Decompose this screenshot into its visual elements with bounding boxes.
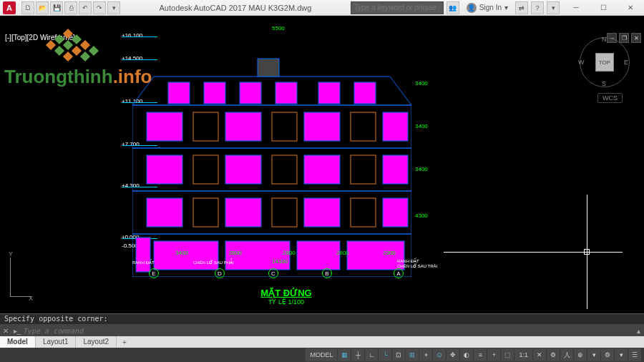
sb-snapmode-icon[interactable]: ┼ <box>351 348 364 361</box>
dim-h: 3400 <box>415 123 428 129</box>
svg-rect-15 <box>147 155 182 184</box>
tab-add-button[interactable]: + <box>117 338 132 346</box>
drawing-title-scale: TỶ LỆ 1/100 <box>260 298 311 305</box>
exchange-icon[interactable]: ⇄ <box>515 1 528 14</box>
window-controls: ─ ☐ ✕ <box>562 0 644 16</box>
search-scope-icon[interactable]: 👥 <box>447 1 459 14</box>
svg-rect-13 <box>383 198 408 227</box>
svg-rect-12 <box>351 198 376 227</box>
titlebar: A 🗋 📂 💾 ⎙ ↶ ↷ ▾ Autodesk AutoCAD 2017 MA… <box>0 0 644 16</box>
ucs-y-label: Y <box>9 250 13 258</box>
dim-h: 3400 <box>415 80 428 87</box>
qat-open-icon[interactable]: 📂 <box>36 1 49 14</box>
maximize-button[interactable]: ☐ <box>590 0 617 16</box>
compass-S[interactable]: S <box>602 80 606 87</box>
grid-note-right: RANH ĐẤT CHÉN LỜ SAU TRÁI <box>397 258 437 268</box>
tab-layout2[interactable]: Layout2 <box>76 336 117 348</box>
svg-rect-7 <box>147 198 182 227</box>
app-icon[interactable]: A <box>3 1 16 14</box>
sb-customize-icon[interactable]: ☰ <box>628 348 641 361</box>
sb-annot-icon[interactable]: ⬚ <box>501 348 514 361</box>
help-icon[interactable]: ? <box>531 1 544 14</box>
svg-rect-9 <box>225 198 261 227</box>
svg-rect-35 <box>318 82 340 104</box>
grid-bubble: C <box>268 268 278 278</box>
layout-tabs: Model Layout1 Layout2 + <box>0 336 644 348</box>
sb-model-button[interactable]: MODEL <box>306 348 337 361</box>
qat-saveas-icon[interactable]: ⎙ <box>64 1 77 14</box>
qat-new-icon[interactable]: 🗋 <box>21 1 34 14</box>
sb-scale-button[interactable]: 1:1 <box>514 348 532 361</box>
dim-seg: 2800 <box>229 250 242 256</box>
sb-annoscale-icon[interactable]: ✕ <box>533 348 546 361</box>
sb-gizmo-icon[interactable]: + <box>487 348 500 361</box>
qat-save-icon[interactable]: 💾 <box>50 1 63 14</box>
sb-settings-icon[interactable]: ⚙ <box>547 348 560 361</box>
sb-transparency-icon[interactable]: ◐ <box>460 348 473 361</box>
signin-button[interactable]: 👤 Sign In ▾ <box>462 3 512 13</box>
grid-bubble: A <box>394 268 404 278</box>
command-input[interactable] <box>23 327 633 335</box>
svg-rect-20 <box>351 155 376 184</box>
dim-seg: 2300 <box>383 250 396 256</box>
command-recent-icon[interactable]: ▴ <box>633 327 644 335</box>
crosshair-cursor <box>444 195 623 309</box>
sb-workspace-icon[interactable]: 人 <box>560 348 573 361</box>
sb-ortho-icon[interactable]: ∟ <box>365 348 378 361</box>
qat-redo-icon[interactable]: ↷ <box>93 1 106 14</box>
command-history: Specify opposite corner: <box>0 314 644 324</box>
grid-bubble: E <box>149 268 159 278</box>
window-title: Autodesk AutoCAD 2017 MAU K3G2M.dwg <box>120 4 351 12</box>
sb-isolate-icon[interactable]: ▾ <box>615 348 628 361</box>
dim-seg: 3400 <box>175 250 188 256</box>
compass-N[interactable]: N <box>602 36 607 43</box>
doc-close-button[interactable]: ✕ <box>631 33 641 43</box>
sb-selection-icon[interactable]: ≡ <box>474 348 487 361</box>
drawing-canvas[interactable]: [-][Top][2D Wireframe] ─ ❐ ✕ Truongthinh… <box>0 16 644 336</box>
qat-undo-icon[interactable]: ↶ <box>79 1 92 14</box>
sb-3dosnap-icon[interactable]: ⌖ <box>419 348 432 361</box>
svg-rect-37 <box>258 59 279 77</box>
search-input[interactable] <box>351 1 444 14</box>
compass-E[interactable]: E <box>624 59 628 66</box>
wcs-label[interactable]: WCS <box>597 93 623 103</box>
dim-seg: 2800 <box>336 250 349 256</box>
svg-rect-8 <box>193 198 218 227</box>
svg-rect-29 <box>383 112 408 141</box>
grid-bubble: B <box>322 268 332 278</box>
svg-rect-11 <box>304 198 340 227</box>
svg-rect-5 <box>136 238 150 272</box>
dim-h: 3400 <box>415 166 428 172</box>
sb-units-icon[interactable]: ⚙ <box>601 348 614 361</box>
close-button[interactable]: ✕ <box>617 0 644 16</box>
sb-polar-icon[interactable]: └ <box>379 348 391 361</box>
signin-label: Sign In <box>479 4 502 11</box>
qat-more-icon[interactable]: ▾ <box>107 1 120 14</box>
viewcube-face[interactable]: TOP <box>595 53 614 72</box>
command-input-row: ✕ ▸_ ▴ <box>0 324 644 337</box>
sb-dropdown-icon[interactable]: ▾ <box>587 348 600 361</box>
help-dropdown-icon[interactable]: ▾ <box>547 1 560 14</box>
sb-isodraft-icon[interactable]: ⊡ <box>392 348 405 361</box>
viewcube[interactable]: N S E W TOP <box>580 37 630 87</box>
tab-layout1[interactable]: Layout1 <box>36 336 77 348</box>
svg-rect-33 <box>240 82 261 104</box>
svg-rect-26 <box>272 112 297 141</box>
ucs-x-label: X <box>29 295 33 302</box>
sb-osnap-icon[interactable]: ⊞ <box>406 348 419 361</box>
minimize-button[interactable]: ─ <box>562 0 590 16</box>
sb-annot-monitor-icon[interactable]: ⊕ <box>574 348 587 361</box>
svg-rect-4 <box>347 241 404 270</box>
svg-rect-28 <box>351 112 376 141</box>
sb-otrack-icon[interactable]: ⊙ <box>433 348 446 361</box>
sb-lineweight-icon[interactable]: ✥ <box>447 348 459 361</box>
sb-grid-icon[interactable]: ▦ <box>338 348 351 361</box>
grid-note-mid: CHÉN LỜ SAU PHẢI <box>193 260 234 265</box>
drawing-title: MẶT ĐỨNG TỶ LỆ 1/100 <box>260 288 311 305</box>
compass-W[interactable]: W <box>578 59 585 66</box>
command-close-icon[interactable]: ✕ <box>0 327 11 335</box>
grid-note-left: RANH ĐẤT <box>132 260 155 265</box>
dim-top: 5500 <box>272 25 285 31</box>
svg-rect-24 <box>193 112 218 141</box>
tab-model[interactable]: Model <box>0 336 36 348</box>
